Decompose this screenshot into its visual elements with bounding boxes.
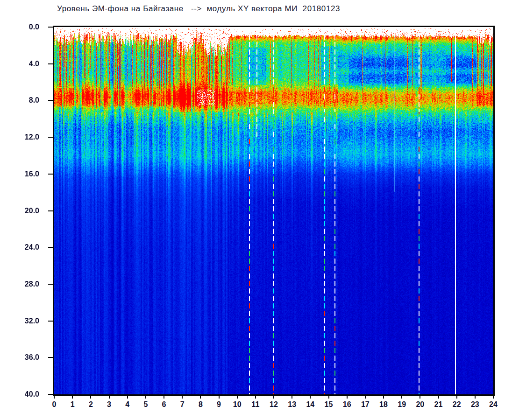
x-tick-label: 8 <box>191 400 210 409</box>
y-tick-label: 4.0 <box>7 59 39 69</box>
x-tick-label: 9 <box>210 400 228 409</box>
x-tick-label: 5 <box>136 400 155 409</box>
y-tick-label: 36.0 <box>7 353 39 362</box>
chart-title: Уровень ЭМ-фона на Байгазане --> модуль … <box>57 4 340 14</box>
x-tick-label: 18 <box>374 400 393 409</box>
x-tick <box>493 394 494 399</box>
chart-root: Уровень ЭМ-фона на Байгазане --> модуль … <box>0 0 512 420</box>
x-tick <box>237 394 238 399</box>
x-tick <box>219 394 220 399</box>
x-tick <box>292 394 292 399</box>
x-tick <box>383 394 384 399</box>
x-tick <box>365 394 366 399</box>
x-tick <box>310 394 311 399</box>
y-tick-label: 32.0 <box>7 316 39 326</box>
x-tick-label: 3 <box>100 400 119 409</box>
y-tick <box>48 27 53 28</box>
x-tick <box>182 394 183 399</box>
y-tick <box>48 63 53 64</box>
x-tick-label: 19 <box>392 400 411 409</box>
y-tick <box>48 357 53 358</box>
x-tick-label: 16 <box>338 400 356 409</box>
y-tick-label: 8.0 <box>7 96 39 105</box>
x-tick <box>127 394 128 399</box>
y-tick-label: 24.0 <box>7 243 39 252</box>
x-tick <box>328 394 329 399</box>
x-tick-label: 17 <box>356 400 375 409</box>
plot-frame <box>53 26 495 396</box>
y-tick-label: 12.0 <box>7 133 39 142</box>
x-tick <box>273 394 274 399</box>
y-tick-label: 0.0 <box>7 22 39 32</box>
x-tick-label: 11 <box>246 400 265 409</box>
x-tick-label: 6 <box>155 400 173 409</box>
x-tick-label: 4 <box>118 400 137 409</box>
y-tick-label: 20.0 <box>7 206 39 216</box>
x-tick <box>438 394 439 399</box>
x-tick <box>200 394 201 399</box>
y-tick-label: 16.0 <box>7 169 39 179</box>
spectrogram-canvas <box>54 27 493 394</box>
x-tick <box>420 394 420 399</box>
y-tick <box>48 394 53 395</box>
y-tick <box>48 137 53 138</box>
y-tick <box>48 284 53 285</box>
x-tick <box>456 394 457 399</box>
y-tick <box>48 247 53 248</box>
x-tick <box>72 394 73 399</box>
x-tick-label: 10 <box>228 400 247 409</box>
x-tick <box>109 394 110 399</box>
x-tick-label: 2 <box>81 400 100 409</box>
x-tick-label: 0 <box>45 400 64 409</box>
x-tick-label: 14 <box>301 400 320 409</box>
y-tick <box>48 100 53 101</box>
x-tick <box>145 394 146 399</box>
y-tick <box>48 174 53 175</box>
x-tick-label: 23 <box>466 400 484 409</box>
x-tick-label: 7 <box>173 400 192 409</box>
x-tick <box>164 394 164 399</box>
x-tick-label: 12 <box>264 400 283 409</box>
x-tick <box>347 394 348 399</box>
x-tick <box>475 394 476 399</box>
x-tick-label: 1 <box>63 400 82 409</box>
y-tick-label: 28.0 <box>7 280 39 289</box>
x-tick <box>54 394 55 399</box>
x-tick <box>255 394 256 399</box>
y-tick <box>48 321 53 322</box>
y-tick <box>48 210 53 211</box>
x-tick-label: 15 <box>320 400 338 409</box>
x-tick-label: 20 <box>411 400 429 409</box>
y-tick-label: 40.0 <box>7 390 39 399</box>
x-tick-label: 13 <box>283 400 301 409</box>
x-tick-label: 24 <box>484 400 503 409</box>
x-tick-label: 21 <box>429 400 448 409</box>
x-tick <box>90 394 91 399</box>
x-tick <box>401 394 402 399</box>
x-tick-label: 22 <box>448 400 466 409</box>
